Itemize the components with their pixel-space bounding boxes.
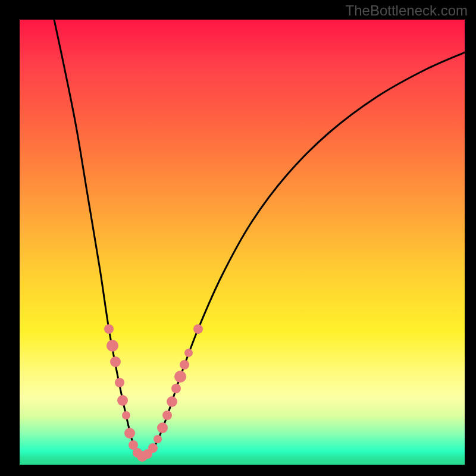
watermark-text: TheBottleneck.com <box>346 2 468 19</box>
highlight-dot <box>184 349 193 357</box>
outer-frame: TheBottleneck.com <box>0 0 476 476</box>
highlight-dot <box>104 324 114 334</box>
highlight-dot <box>148 443 158 453</box>
highlight-dot <box>171 384 181 393</box>
highlight-dot <box>193 324 203 334</box>
highlight-dot <box>167 396 177 407</box>
highlight-dot <box>174 371 186 383</box>
bottleneck-curve <box>54 20 465 456</box>
highlight-dot <box>117 395 128 406</box>
highlight-dot <box>180 360 189 369</box>
highlight-dots-group <box>104 324 203 462</box>
highlight-dot <box>124 428 135 439</box>
chart-svg <box>20 20 465 465</box>
highlight-dot <box>154 435 162 443</box>
plot-area <box>20 20 465 465</box>
highlight-dot <box>110 356 121 367</box>
highlight-dot <box>122 411 130 419</box>
highlight-dot <box>107 340 118 352</box>
highlight-dot <box>162 411 172 420</box>
highlight-dot <box>115 378 124 387</box>
highlight-dot <box>157 422 168 433</box>
